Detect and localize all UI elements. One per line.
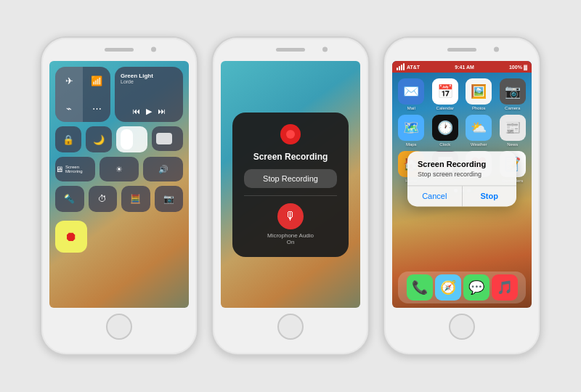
screen-2: Screen Recording Stop Recording 🎙 Microp… (221, 61, 360, 308)
dock-music[interactable]: 🎵 (492, 274, 518, 301)
camera-app-icon: 📷 (500, 78, 526, 105)
bar4 (403, 63, 405, 70)
signal-bars (397, 63, 405, 70)
screen-mirror-icon: 🖥 (55, 165, 63, 173)
airplane-mode-btn[interactable]: ✈ (55, 67, 83, 94)
calculator-icon: 🧮 (130, 194, 141, 204)
volume-slider[interactable] (152, 126, 183, 151)
stop-recording-btn[interactable]: Stop Recording (244, 169, 337, 188)
phone-1: ✈ 📶 ⌁ ⋯ Green Light Lorde ⏮ ▶ ⏭ (40, 36, 198, 356)
play-pause-btn[interactable]: ▶ (146, 107, 152, 116)
cc-row4: 🔦 ⏱ 🧮 📷 (55, 186, 183, 212)
music-artist: Lorde (121, 79, 177, 84)
photos-icon: 🖼️ (466, 78, 492, 105)
brightness-slider[interactable] (116, 126, 147, 152)
flashlight-btn[interactable]: 🔦 (55, 186, 84, 212)
volume-icon-btn[interactable]: 🔊 (143, 157, 183, 181)
phone-3: AT&T 9:41 AM 100% ▓ ✉️ Mail 📅 Calendar 🖼… (383, 36, 541, 356)
maps-icon: 🗺️ (398, 115, 424, 141)
cc-connectivity-grid: ✈ 📶 ⌁ ⋯ (55, 67, 110, 122)
camera-quick-btn[interactable]: 📷 (155, 186, 184, 212)
battery-icon: ▓ (524, 65, 527, 70)
music-title: Green Light (121, 73, 177, 79)
alert-message: Stop screen recording (418, 171, 506, 178)
alert-cancel-btn[interactable]: Cancel (407, 186, 462, 206)
app-clock[interactable]: 🕐 Clock (431, 115, 460, 147)
cc-row3: 🖥 Screen Mirroring ☀ 🔊 (55, 157, 183, 181)
now-playing-widget: Green Light Lorde ⏮ ▶ ⏭ (115, 67, 183, 122)
cc-top-row: ✈ 📶 ⌁ ⋯ Green Light Lorde ⏮ ▶ ⏭ (55, 67, 183, 122)
status-bar: AT&T 9:41 AM 100% ▓ (392, 61, 532, 73)
wifi-btn[interactable]: 📶 (83, 67, 110, 94)
weather-label: Weather (471, 142, 487, 147)
phone-bottom-2 (213, 308, 368, 346)
do-not-disturb-btn[interactable]: 🌙 (86, 126, 112, 152)
app-camera[interactable]: 📷 Camera (498, 78, 528, 110)
volume-thumb (156, 133, 172, 144)
app-calendar[interactable]: 📅 Calendar (431, 78, 460, 110)
bar3 (401, 65, 402, 70)
alert-buttons: Cancel Stop (407, 186, 516, 206)
unknown-btn[interactable]: ⋯ (83, 94, 110, 122)
flashlight-icon: 🔦 (64, 194, 75, 204)
recording-popup: Screen Recording Stop Recording 🎙 Microp… (232, 113, 349, 257)
app-maps[interactable]: 🗺️ Maps (397, 115, 426, 147)
screen-record-btn[interactable]: ⏺ (55, 221, 87, 253)
mic-toggle-btn[interactable]: 🎙 (277, 203, 304, 229)
recording-active-icon (280, 124, 301, 144)
mail-label: Mail (407, 106, 415, 110)
alert-stop-btn[interactable]: Stop (463, 186, 517, 206)
home-button-2[interactable] (277, 314, 304, 340)
brightness-icon-btn[interactable]: ☀ (99, 157, 139, 181)
popup-divider (244, 195, 337, 196)
volume-icon: 🔊 (158, 165, 168, 174)
phone-top-2 (213, 38, 368, 61)
timer-icon: ⏱ (98, 194, 107, 204)
home-button-3[interactable] (449, 314, 475, 340)
front-camera-2 (322, 47, 328, 52)
bar2 (399, 66, 400, 70)
status-left: AT&T (397, 63, 420, 70)
brightness-icon: ☀ (115, 165, 123, 174)
news-icon: 📰 (500, 115, 526, 141)
photos-label: Photos (472, 106, 486, 110)
dock-phone[interactable]: 📞 (407, 274, 433, 301)
home-button-1[interactable] (106, 314, 132, 340)
maps-label: Maps (406, 142, 417, 147)
alert-content: Screen Recording Stop screen recording (407, 151, 516, 185)
recording-popup-title: Screen Recording (253, 152, 328, 162)
status-right: 100% ▓ (509, 65, 527, 70)
screen-mirroring-btn[interactable]: 🖥 Screen Mirroring (55, 157, 95, 181)
speaker-1 (105, 48, 134, 52)
news-label: News (507, 142, 518, 147)
mic-status-label: Microphone AudioOn (267, 232, 314, 245)
carrier-label: AT&T (407, 65, 420, 70)
screen-mirroring-label: Screen Mirroring (65, 165, 95, 173)
phone-bottom-1 (41, 308, 197, 346)
speaker-3 (447, 48, 476, 52)
mail-icon: ✉️ (398, 78, 424, 105)
app-mail[interactable]: ✉️ Mail (397, 78, 426, 110)
rotation-lock-btn[interactable]: 🔒 (55, 126, 81, 152)
screen-recording-alert: Screen Recording Stop screen recording C… (407, 151, 516, 206)
app-news[interactable]: 📰 News (498, 115, 528, 147)
phone-bottom-3 (384, 308, 540, 346)
screen-1: ✈ 📶 ⌁ ⋯ Green Light Lorde ⏮ ▶ ⏭ (49, 61, 189, 308)
phone-2: Screen Recording Stop Recording 🎙 Microp… (211, 36, 370, 356)
app-weather[interactable]: ⛅ Weather (464, 115, 494, 147)
dock-messages[interactable]: 💬 (463, 274, 489, 301)
camera-label: Camera (505, 106, 520, 110)
front-camera-3 (494, 47, 499, 52)
battery-label: 100% (509, 65, 522, 70)
next-track-btn[interactable]: ⏭ (158, 107, 166, 116)
prev-track-btn[interactable]: ⏮ (132, 107, 140, 116)
dock-safari[interactable]: 🧭 (435, 274, 461, 301)
timer-btn[interactable]: ⏱ (89, 186, 118, 212)
calculator-btn[interactable]: 🧮 (121, 186, 150, 212)
speaker-2 (276, 48, 305, 52)
app-photos[interactable]: 🖼️ Photos (464, 78, 494, 110)
screen-3: AT&T 9:41 AM 100% ▓ ✉️ Mail 📅 Calendar 🖼… (392, 61, 532, 308)
cc-mid-row: 🔒 🌙 (55, 126, 183, 152)
rec-dot (286, 130, 295, 139)
bluetooth-btn[interactable]: ⌁ (55, 94, 83, 122)
